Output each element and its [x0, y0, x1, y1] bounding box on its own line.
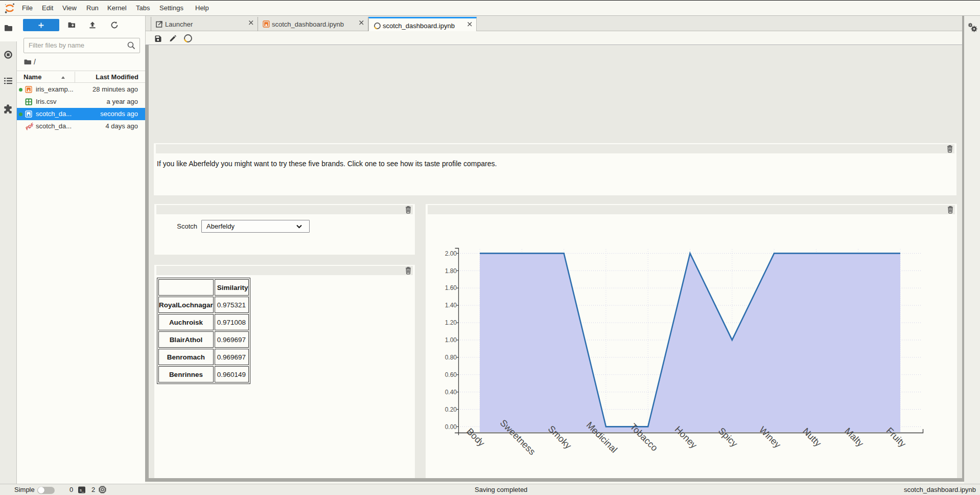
svg-text:1.40: 1.40 [445, 302, 457, 309]
svg-text:1.60: 1.60 [445, 284, 457, 291]
svg-text:1.00: 1.00 [445, 336, 457, 344]
svg-text:0.80: 0.80 [445, 354, 457, 361]
svg-text:s_: s_ [80, 488, 84, 492]
svg-text:0.60: 0.60 [445, 371, 457, 378]
svg-text:1.20: 1.20 [445, 319, 457, 326]
svg-text:PDF: PDF [25, 122, 35, 131]
svg-text:0.40: 0.40 [445, 389, 457, 396]
svg-text:0.20: 0.20 [445, 406, 457, 413]
svg-text:1.80: 1.80 [445, 267, 457, 275]
svg-text:0.00: 0.00 [445, 423, 457, 431]
svg-text:2.00: 2.00 [445, 250, 457, 257]
